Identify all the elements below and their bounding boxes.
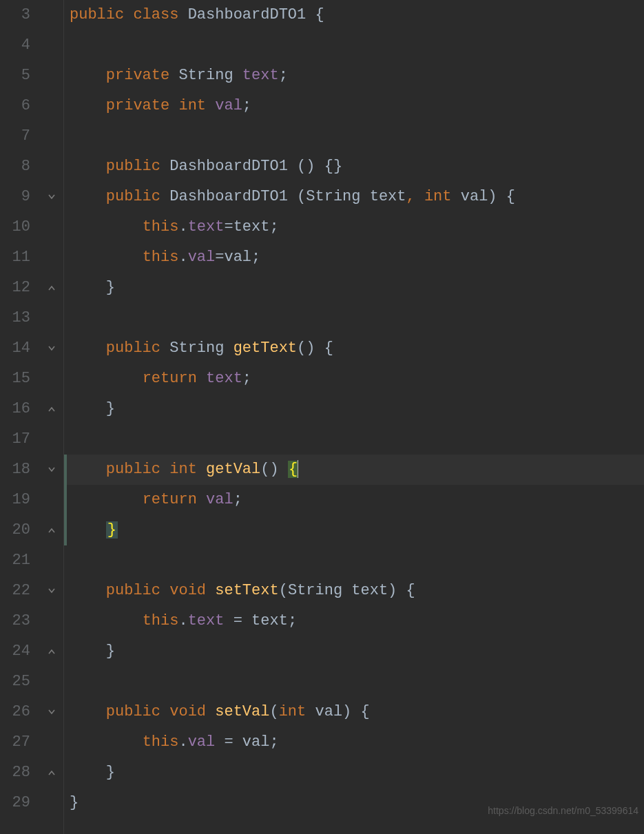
line-number: 15 (0, 364, 30, 394)
line-number: 10 (0, 212, 30, 242)
fold-end-icon[interactable] (45, 282, 58, 294)
keyword: return (143, 491, 197, 508)
code-line[interactable]: private int val; (70, 91, 644, 121)
line-number: 29 (0, 788, 30, 818)
keyword: private (106, 67, 169, 84)
keyword: public (106, 188, 160, 205)
line-number: 21 (0, 545, 30, 576)
method: getVal (206, 461, 260, 478)
fold-gutter (43, 0, 63, 834)
code-area[interactable]: public class DashboardDTO1 { private Str… (63, 0, 644, 834)
line-number: 11 (0, 242, 30, 273)
type: String (178, 67, 233, 84)
line-number: 28 (0, 758, 30, 788)
line-number: 8 (0, 152, 30, 182)
change-marker (64, 515, 67, 545)
field: text (188, 218, 225, 236)
field: val (206, 491, 233, 508)
fold-collapse-icon[interactable] (45, 585, 58, 597)
watermark-text: https://blog.csdn.net/m0_53399614 (488, 795, 638, 826)
line-number-gutter: 3 4 5 6 7 8 9 10 11 12 13 14 15 16 17 18… (0, 0, 43, 834)
keyword: public (106, 158, 160, 175)
brace-match: } (106, 521, 118, 539)
text-caret (298, 460, 298, 478)
keyword: class (133, 6, 178, 23)
code-editor[interactable]: 3 4 5 6 7 8 9 10 11 12 13 14 15 16 17 18… (0, 0, 644, 834)
line-number: 13 (0, 303, 30, 333)
code-line[interactable]: this.text=text; (70, 212, 644, 242)
line-number: 23 (0, 606, 30, 636)
code-line[interactable]: this.text = text; (70, 606, 644, 636)
code-line[interactable]: public void setText(String text) { (70, 576, 644, 606)
field: text (188, 612, 225, 629)
code-line[interactable]: } (70, 273, 644, 303)
keyword: private (106, 97, 169, 114)
line-number: 12 (0, 273, 30, 303)
fold-collapse-icon[interactable] (45, 463, 58, 476)
code-line[interactable] (70, 303, 644, 333)
keyword: public (106, 340, 160, 357)
fold-collapse-icon[interactable] (45, 342, 58, 355)
fold-end-icon[interactable] (45, 645, 58, 658)
line-number: 24 (0, 636, 30, 667)
code-line[interactable]: public class DashboardDTO1 { (70, 0, 644, 30)
method: getText (233, 340, 297, 357)
code-line[interactable]: } (70, 515, 644, 545)
line-number: 26 (0, 697, 30, 727)
line-number: 9 (0, 182, 30, 212)
field: text (242, 67, 279, 84)
change-marker (64, 455, 67, 485)
code-line[interactable]: public String getText() { (70, 333, 644, 364)
keyword: public (70, 6, 124, 23)
code-line[interactable]: this.val=val; (70, 242, 644, 273)
code-line[interactable] (70, 30, 644, 61)
line-number: 22 (0, 576, 30, 606)
line-number: 25 (0, 667, 30, 697)
line-number: 18 (0, 455, 30, 485)
code-line[interactable]: public DashboardDTO1 (String text, int v… (70, 182, 644, 212)
code-line[interactable]: return val; (70, 485, 644, 515)
code-line[interactable]: this.val = val; (70, 727, 644, 758)
line-number: 3 (0, 0, 30, 30)
code-line[interactable] (70, 121, 644, 152)
code-line[interactable]: public DashboardDTO1 () {} (70, 152, 644, 182)
code-line[interactable]: public int getVal() { (70, 455, 644, 485)
fold-collapse-icon[interactable] (45, 191, 58, 203)
line-number: 19 (0, 485, 30, 515)
keyword: public (106, 461, 160, 478)
brace: { (315, 6, 324, 23)
fold-end-icon[interactable] (45, 524, 58, 536)
method: setText (215, 582, 278, 599)
keyword: public (106, 582, 160, 599)
code-line[interactable]: return text; (70, 364, 644, 394)
change-marker (64, 485, 67, 515)
line-number: 4 (0, 30, 30, 61)
keyword: this (143, 612, 179, 629)
keyword: public (106, 703, 160, 720)
line-number: 16 (0, 394, 30, 424)
keyword: this (143, 218, 179, 236)
code-line[interactable]: } (70, 636, 644, 667)
brace-match: { (288, 461, 298, 478)
line-number: 17 (0, 424, 30, 455)
line-number: 5 (0, 61, 30, 91)
code-line[interactable]: } (70, 394, 644, 424)
code-line[interactable]: } (70, 758, 644, 788)
fold-end-icon[interactable] (45, 767, 58, 779)
code-line[interactable] (70, 545, 644, 576)
code-line[interactable]: private String text; (70, 61, 644, 91)
field: val (188, 733, 216, 751)
line-number: 20 (0, 515, 30, 545)
code-line[interactable]: public void setVal(int val) { (70, 697, 644, 727)
fold-collapse-icon[interactable] (45, 706, 58, 718)
field: val (188, 249, 216, 266)
keyword: this (143, 249, 179, 266)
code-line[interactable] (70, 424, 644, 455)
field: text (206, 370, 242, 387)
type: int (178, 97, 206, 114)
code-line[interactable] (70, 667, 644, 697)
line-number: 6 (0, 91, 30, 121)
keyword: this (143, 733, 179, 751)
fold-end-icon[interactable] (45, 403, 58, 415)
line-number: 27 (0, 727, 30, 758)
